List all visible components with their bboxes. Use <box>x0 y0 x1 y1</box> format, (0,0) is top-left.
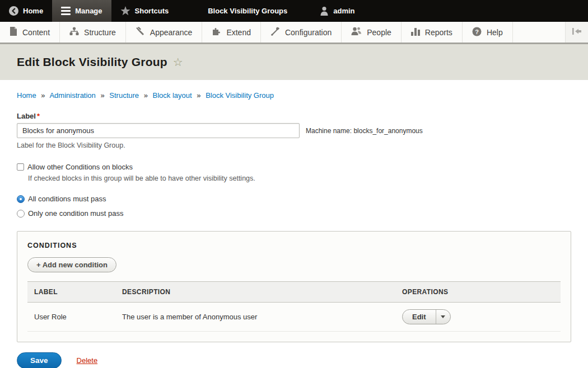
save-button[interactable]: Save <box>17 352 62 368</box>
label-field-label: Label* <box>17 112 571 120</box>
star-icon <box>120 6 130 16</box>
breadcrumb-separator: » <box>197 91 200 100</box>
toolbar-item-admin[interactable]: admin <box>311 0 363 22</box>
breadcrumb-link-structure[interactable]: Structure <box>109 91 139 100</box>
toolbar-spacer <box>178 0 192 22</box>
menu-tray-filler <box>513 22 566 43</box>
conditions-table: LABEL DESCRIPTION OPERATIONS User Role T… <box>27 281 561 332</box>
allow-conditions-description: If checked blocks in this group will be … <box>28 174 571 182</box>
conditions-fieldset: CONDITIONS + Add new condition LABEL DES… <box>17 231 571 342</box>
toolbar-item-label: Manage <box>75 7 102 15</box>
breadcrumb-link-administration[interactable]: Administration <box>49 91 95 100</box>
breadcrumb-separator: » <box>41 91 45 100</box>
label-input[interactable] <box>17 123 300 138</box>
label-field-description: Label for the Block Visibility Group. <box>17 141 571 149</box>
toolbar-shortcut-block-visibility-groups[interactable]: Block Visibility Groups <box>192 0 296 22</box>
radio-all-conditions[interactable]: All conditions must pass <box>17 195 571 203</box>
edit-button[interactable]: Edit <box>403 310 436 324</box>
conditions-legend: CONDITIONS <box>27 242 561 249</box>
form-actions: Save Delete <box>17 352 571 368</box>
breadcrumb-link-block-visibility-group[interactable]: Block Visibility Group <box>206 91 274 100</box>
menu-item-label: Extend <box>226 28 251 37</box>
operations-dropbutton: Edit <box>402 309 451 324</box>
menu-item-label: Reports <box>425 28 452 37</box>
column-header-description: DESCRIPTION <box>115 282 395 303</box>
column-header-label: LABEL <box>27 282 115 303</box>
toolbar-item-shortcuts[interactable]: Shortcuts <box>111 0 178 22</box>
menu-item-reports[interactable]: Reports <box>402 22 463 43</box>
toolbar-spacer <box>296 0 311 22</box>
machine-name-text: Machine name: blocks_for_anonymous <box>306 127 423 135</box>
admin-toolbar: Home Manage Shortcuts Block Visibility G… <box>0 0 588 22</box>
radio-label: Only one condition must pass <box>28 209 124 218</box>
condition-operations-cell: Edit <box>395 303 561 332</box>
svg-text:?: ? <box>475 28 479 35</box>
hamburger-menu-icon <box>61 7 71 15</box>
toolbar-item-label: Block Visibility Groups <box>208 7 287 15</box>
main-content: Home » Administration » Structure » Bloc… <box>0 80 588 368</box>
people-icon <box>351 27 362 37</box>
condition-label-cell: User Role <box>27 303 115 332</box>
table-row: User Role The user is a member of Anonym… <box>27 303 561 332</box>
menu-item-label: Help <box>487 28 503 37</box>
label-text: Label <box>17 112 36 120</box>
document-icon <box>10 27 17 37</box>
sitemap-icon <box>69 27 79 37</box>
menu-item-extend[interactable]: Extend <box>202 22 261 43</box>
condition-logic-radios: All conditions must pass Only one condit… <box>17 195 571 218</box>
toolbar-item-manage[interactable]: Manage <box>52 0 111 22</box>
breadcrumb-link-block-layout[interactable]: Block layout <box>153 91 192 100</box>
toolbar-item-home[interactable]: Home <box>0 0 52 22</box>
radio-button[interactable] <box>17 210 25 218</box>
menu-item-label: Configuration <box>285 28 332 37</box>
menu-item-label: Structure <box>84 28 116 37</box>
help-circle-icon: ? <box>472 27 482 38</box>
label-field-wrapper: Label* Machine name: blocks_for_anonymou… <box>17 112 571 149</box>
tray-collapse-button[interactable] <box>566 22 588 43</box>
menu-item-help[interactable]: ? Help <box>463 22 513 43</box>
breadcrumb-separator: » <box>100 91 104 100</box>
radio-button[interactable] <box>17 195 25 203</box>
menu-item-label: Content <box>22 28 50 37</box>
menu-item-label: People <box>367 28 391 37</box>
menu-item-people[interactable]: People <box>342 22 402 43</box>
allow-conditions-checkbox[interactable] <box>17 163 24 171</box>
delete-link[interactable]: Delete <box>77 356 98 365</box>
menu-item-content[interactable]: Content <box>0 22 60 43</box>
menu-item-label: Appearance <box>150 28 193 37</box>
puzzle-piece-icon <box>212 27 221 37</box>
add-new-condition-button[interactable]: + Add new condition <box>27 257 116 272</box>
home-back-icon <box>9 6 18 16</box>
toolbar-item-label: admin <box>333 7 354 15</box>
condition-description-cell: The user is a member of Anonymous user <box>115 303 395 332</box>
dropbutton-toggle[interactable] <box>436 310 450 324</box>
menu-item-appearance[interactable]: Appearance <box>126 22 203 43</box>
breadcrumb-link-home[interactable]: Home <box>17 91 36 100</box>
chevron-down-icon <box>441 315 445 318</box>
admin-menu-tray: Content Structure Appearance Extend Conf… <box>0 22 588 44</box>
breadcrumb: Home » Administration » Structure » Bloc… <box>17 91 571 100</box>
user-icon <box>320 6 329 16</box>
bar-chart-icon <box>411 27 420 37</box>
menu-item-structure[interactable]: Structure <box>60 22 126 43</box>
allow-conditions-label[interactable]: Allow other Conditions on blocks <box>27 163 133 171</box>
paintbrush-icon <box>136 27 145 37</box>
radio-label: All conditions must pass <box>28 195 106 203</box>
menu-item-configuration[interactable]: Configuration <box>261 22 342 43</box>
toolbar-item-label: Home <box>23 7 43 15</box>
wrench-icon <box>270 27 280 37</box>
column-header-operations: OPERATIONS <box>395 282 561 303</box>
favorite-star-icon[interactable]: ☆ <box>173 55 183 69</box>
conditions-table-header-row: LABEL DESCRIPTION OPERATIONS <box>27 282 561 303</box>
breadcrumb-separator: » <box>144 91 148 100</box>
collapse-left-icon <box>572 28 582 36</box>
required-marker: * <box>37 112 40 120</box>
allow-conditions-wrapper: Allow other Conditions on blocks If chec… <box>17 163 571 182</box>
page-title: Edit Block Visibility Group <box>17 55 167 69</box>
toolbar-item-label: Shortcuts <box>135 7 169 15</box>
radio-only-one-condition[interactable]: Only one condition must pass <box>17 209 571 218</box>
page-header: Edit Block Visibility Group ☆ <box>0 44 588 80</box>
